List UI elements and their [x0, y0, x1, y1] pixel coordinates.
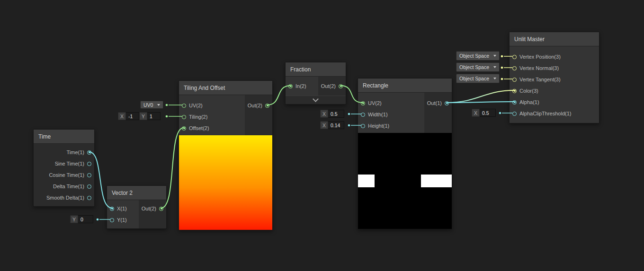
y-field-input[interactable]: 1	[147, 112, 161, 120]
node-unlit-master[interactable]: Unlit Master Vertex Position(3) Vertex N…	[509, 32, 599, 123]
port-out-smooth-delta[interactable]	[87, 196, 91, 200]
port-in-width[interactable]	[361, 113, 365, 117]
port-label: Y(1)	[117, 217, 127, 223]
port-in-alpha[interactable]	[512, 100, 517, 105]
port-label: Tiling(2)	[189, 114, 207, 120]
space-dropdown-position[interactable]: Object Space	[456, 51, 500, 61]
input-column: Vertex Position(3) Vertex Normal(3) Vert…	[510, 46, 599, 123]
node-vector2[interactable]: Vector 2 X(1) Y(1) Out(2)	[107, 185, 167, 229]
node-time-titlebar: Time	[34, 130, 94, 144]
input-column: UV(2) Width(1) Height(1)	[358, 93, 424, 133]
x-field-label: X	[320, 110, 328, 118]
port-out-out[interactable]	[339, 84, 343, 88]
x-field-label: X	[472, 109, 480, 117]
x-field-input[interactable]: 0.5	[480, 109, 496, 117]
expand-preview-button[interactable]	[286, 96, 346, 104]
port-out-delta-time[interactable]	[87, 184, 91, 189]
port-in-uv[interactable]	[182, 104, 186, 108]
port-row: Out(1)	[424, 97, 452, 109]
port-row: Vertex Position(3)	[510, 51, 599, 62]
port-label: Cosine Time(1)	[49, 172, 84, 178]
space-dropdown-tangent[interactable]: Object Space	[456, 74, 500, 83]
x-field-label: X	[118, 112, 126, 120]
edge-rectangle-to-color[interactable]	[447, 90, 514, 103]
port-in-vertex-normal[interactable]	[512, 66, 517, 70]
port-row: UV(2)	[358, 97, 424, 109]
port-out-out[interactable]	[159, 207, 163, 211]
port-out-cosine-time[interactable]	[87, 173, 91, 177]
port-in-offset[interactable]	[182, 126, 186, 131]
node-title-text: Vector 2	[112, 190, 133, 196]
space-dropdown-value: Object Space	[459, 53, 489, 59]
shader-graph-canvas[interactable]: Time Time(1) Sine Time(1) Cosine Time(1)…	[0, 0, 644, 271]
port-label: Time(1)	[67, 149, 84, 155]
node-vector2-titlebar: Vector 2	[107, 186, 166, 200]
x-field-input[interactable]: 0.14	[328, 121, 344, 129]
chevron-down-icon	[313, 96, 319, 102]
port-out-sine-time[interactable]	[87, 162, 91, 166]
node-tiling-and-offset[interactable]: Tiling And Offset UV(2) Tiling(2) Offset…	[179, 80, 273, 230]
port-in-alphaclipthreshold[interactable]	[512, 112, 517, 116]
port-out-out[interactable]	[265, 104, 269, 108]
port-row: Out(2)	[318, 80, 346, 92]
port-label: In(2)	[295, 83, 306, 89]
port-label: Vertex Tangent(3)	[519, 77, 561, 82]
uv-channel-dropdown[interactable]: UV0	[140, 101, 163, 109]
connector-dot-vector2-y	[97, 219, 99, 221]
y-field-input[interactable]: 0	[78, 215, 93, 223]
port-label: Color(3)	[519, 88, 538, 94]
connector-dot-uv	[166, 104, 168, 106]
port-in-tiling[interactable]	[182, 115, 186, 119]
x-field-input[interactable]: -1	[126, 112, 139, 120]
node-unlit-master-titlebar: Unlit Master	[510, 32, 599, 46]
connector-dot-tiling	[166, 115, 168, 118]
port-row: Height(1)	[358, 120, 424, 131]
space-dropdown-normal[interactable]: Object Space	[456, 62, 500, 72]
port-row: Time(1)	[34, 147, 94, 158]
port-in-y[interactable]	[110, 218, 114, 222]
port-label: Out(2)	[248, 103, 262, 108]
port-in-in[interactable]	[288, 84, 293, 88]
port-in-x[interactable]	[110, 207, 114, 211]
port-in-color[interactable]	[512, 89, 517, 93]
y-field-label: Y	[70, 215, 78, 223]
x-field-input[interactable]: 0.5	[328, 110, 344, 118]
edge-rectangle-to-alpha[interactable]	[447, 102, 514, 103]
rect-width-field: X 0.5	[320, 110, 344, 118]
vector2-y-field: Y 0	[70, 215, 93, 223]
port-in-uv[interactable]	[361, 101, 365, 105]
rect-height-field: X 0.14	[320, 121, 344, 129]
port-label: Alpha(1)	[519, 99, 539, 105]
port-out-time[interactable]	[87, 150, 91, 155]
node-time[interactable]: Time Time(1) Sine Time(1) Cosine Time(1)…	[33, 129, 95, 207]
port-row: Alpha(1)	[510, 96, 599, 108]
port-in-vertex-position[interactable]	[512, 55, 517, 59]
port-out-out[interactable]	[445, 101, 449, 105]
port-label: Vertex Normal(3)	[519, 65, 559, 71]
port-in-vertex-tangent[interactable]	[512, 78, 517, 82]
port-row: Sine Time(1)	[34, 158, 94, 169]
port-row: X(1)	[107, 203, 139, 214]
node-tiling-titlebar: Tiling And Offset	[179, 81, 272, 95]
port-row: Delta Time(1)	[34, 181, 94, 192]
space-dropdown-value: Object Space	[459, 64, 489, 70]
node-preview-gradient	[179, 135, 272, 230]
node-title-text: Rectangle	[363, 82, 388, 89]
port-label: Delta Time(1)	[53, 184, 84, 189]
port-label: Smooth Delta(1)	[46, 195, 84, 201]
port-in-height[interactable]	[361, 124, 365, 128]
node-fraction[interactable]: Fraction In(2) Out(2)	[285, 62, 346, 105]
connector-dot-vertex-tangent	[501, 78, 503, 80]
port-label: Vertex Position(3)	[519, 54, 561, 60]
port-row: Width(1)	[358, 109, 424, 120]
port-row: Tiling(2)	[179, 111, 245, 122]
port-label: AlphaClipThreshold(1)	[519, 111, 571, 116]
preview-white-band-left	[358, 175, 375, 187]
port-row: Vertex Tangent(3)	[510, 74, 599, 85]
node-rectangle[interactable]: Rectangle UV(2) Width(1) Height(1)	[358, 78, 452, 229]
port-row: Smooth Delta(1)	[34, 192, 94, 203]
connector-dot-width	[348, 113, 350, 115]
port-row: Out(2)	[245, 100, 272, 111]
chevron-down-icon	[493, 78, 496, 79]
input-column: UV(2) Tiling(2) Offset(2)	[179, 95, 245, 135]
